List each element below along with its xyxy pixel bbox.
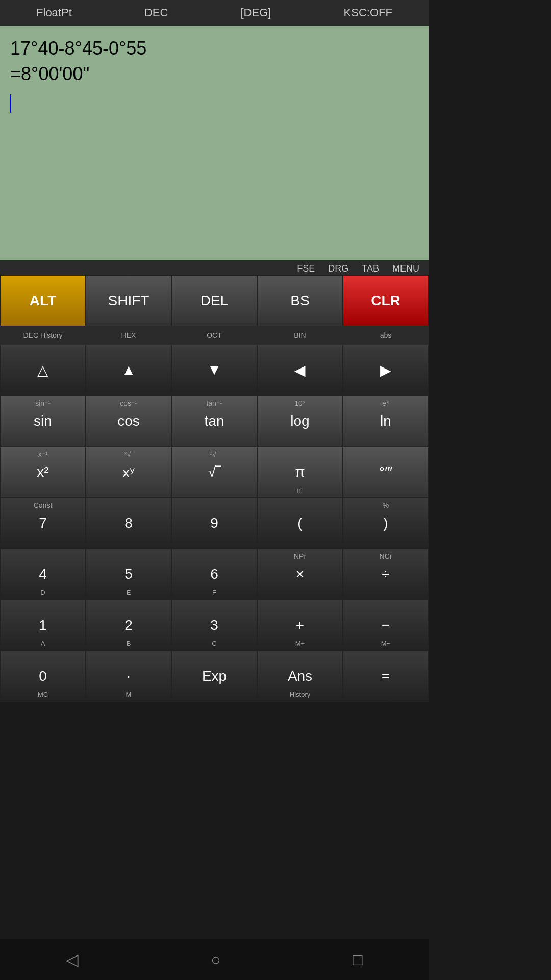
minus-button[interactable]: − M− [343,600,429,651]
down-icon: ▼ [207,362,221,378]
down-button[interactable]: ▼ [171,345,257,396]
cbroot-label: ³√‾ [172,450,257,458]
label-row: DEC History HEX OCT BIN abs [0,326,429,345]
b-label: B [86,640,171,647]
deg-button[interactable]: °′″ [343,447,429,498]
e-label: E [86,589,171,596]
calculator-display[interactable]: 17°40-8°45-0°55=8°00'00" [0,26,429,260]
tan-button[interactable]: tan⁻¹ tan [171,396,257,447]
del-button[interactable]: DEL [171,275,257,326]
row-456: 4 D 5 E 6 F NPr × NCr ÷ [0,549,429,600]
up-outline-button[interactable]: △ [0,345,86,396]
shift-label: SHIFT [108,292,149,309]
label-bin[interactable]: BIN [257,326,343,345]
back-nav-icon[interactable]: ◁ [66,950,79,969]
sqrt-label: √‾ [208,464,221,480]
8-label: 8 [124,515,133,531]
history-label: History [258,691,342,698]
7-button[interactable]: Const 7 [0,498,86,549]
rparen-button[interactable]: % ) [343,498,429,549]
cos-button[interactable]: cos⁻¹ cos [86,396,171,447]
deg-label: °′″ [379,464,392,480]
up-filled-icon: ▲ [121,362,136,378]
ncr-label: NCr [343,552,428,560]
0-button[interactable]: 0 MC [0,651,86,702]
log-super-label: 10ˣ [258,399,342,407]
shift-button[interactable]: SHIFT [86,275,171,326]
left-button[interactable]: ◀ [257,345,343,396]
f-label: F [172,589,257,596]
label-hex[interactable]: HEX [86,326,171,345]
exp-button[interactable]: Exp [171,651,257,702]
equals-button[interactable]: = [343,651,429,702]
6-button[interactable]: 6 F [171,549,257,600]
pi-button[interactable]: n! π [257,447,343,498]
fn-tab[interactable]: TAB [358,263,383,274]
tan-inverse-label: tan⁻¹ [172,399,257,407]
8-button[interactable]: 8 [86,498,171,549]
0-label: 0 [39,668,47,684]
row-123: 1 A 2 B 3 C + M+ − M− [0,600,429,651]
sin-button[interactable]: sin⁻¹ sin [0,396,86,447]
lparen-label: ( [297,515,302,531]
row-0: 0 MC · M Exp Ans History = [0,651,429,702]
percent-label: % [343,501,428,509]
plus-label: + [296,617,304,633]
3-button[interactable]: 3 C [171,600,257,651]
9-label: 9 [210,515,218,531]
lparen-button[interactable]: ( [257,498,343,549]
fn-fse[interactable]: FSE [293,263,319,274]
fn-menu[interactable]: MENU [388,263,423,274]
multiply-label: × [296,566,304,582]
alt-button[interactable]: ALT [0,275,86,326]
equals-label: = [382,668,390,684]
3-label: 3 [210,617,218,633]
up-filled-button[interactable]: ▲ [86,345,171,396]
right-button[interactable]: ▶ [343,345,429,396]
2-button[interactable]: 2 B [86,600,171,651]
square-button[interactable]: x⁻¹ x² [0,447,86,498]
ln-label: ln [380,413,391,429]
dot-button[interactable]: · M [86,651,171,702]
home-nav-icon[interactable]: ○ [211,950,220,969]
bs-label: BS [290,292,309,309]
recent-nav-icon[interactable]: □ [353,950,362,969]
del-label: DEL [201,292,228,309]
clr-button[interactable]: CLR [343,275,429,326]
bs-button[interactable]: BS [257,275,343,326]
power-row: x⁻¹ x² ˣ√‾ xʸ ³√‾ √‾ n! π °′″ [0,447,429,498]
ln-super-label: eˣ [343,399,428,407]
plus-button[interactable]: + M+ [257,600,343,651]
mminus-label: M− [343,640,428,647]
status-dec: DEC [144,6,168,19]
5-button[interactable]: 5 E [86,549,171,600]
ln-button[interactable]: eˣ ln [343,396,429,447]
4-button[interactable]: 4 D [0,549,86,600]
alt-label: ALT [30,292,56,309]
sqrt-button[interactable]: ³√‾ √‾ [171,447,257,498]
tan-label: tan [205,413,224,429]
9-button[interactable]: 9 [171,498,257,549]
factorial-label: n! [258,486,342,494]
label-oct[interactable]: OCT [171,326,257,345]
log-button[interactable]: 10ˣ log [257,396,343,447]
log-label: log [290,413,309,429]
sin-inverse-label: sin⁻¹ [1,399,85,407]
nav-bar: ◁ ○ □ [0,939,429,980]
multiply-button[interactable]: NPr × [257,549,343,600]
cos-label: cos [117,413,140,429]
1-button[interactable]: 1 A [0,600,86,651]
label-dec-history[interactable]: DEC History [0,326,86,345]
square-label: x² [37,464,48,480]
up-outline-icon: △ [37,362,48,379]
const-label: Const [1,501,85,509]
2-label: 2 [124,617,133,633]
status-ksc: KSC:OFF [344,6,392,19]
1-label: 1 [39,617,47,633]
label-abs[interactable]: abs [343,326,429,345]
divide-button[interactable]: NCr ÷ [343,549,429,600]
d-label: D [1,589,85,596]
ans-button[interactable]: Ans History [257,651,343,702]
fn-drg[interactable]: DRG [324,263,353,274]
power-button[interactable]: ˣ√‾ xʸ [86,447,171,498]
